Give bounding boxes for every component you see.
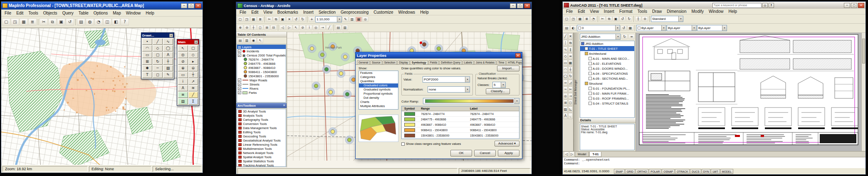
- scrollbar-thumb[interactable]: [862, 39, 865, 64]
- text-style-combo[interactable]: Standard▼: [651, 16, 683, 22]
- tab-fields[interactable]: Fields: [428, 60, 439, 64]
- arcmap-menu-windows[interactable]: Windows: [396, 10, 418, 15]
- fixed-zoom-in-icon[interactable]: ⊞: [264, 25, 270, 30]
- help-icon[interactable]: ?: [121, 18, 129, 26]
- arcmap-menu-insert[interactable]: Insert: [301, 10, 316, 15]
- show-item[interactable]: Graduated colors: [359, 83, 398, 88]
- object-color-combo[interactable]: ByLayer▼: [636, 25, 666, 31]
- zoom-in-icon[interactable]: ⊕: [237, 25, 243, 30]
- classify-button[interactable]: Classify...: [486, 88, 510, 94]
- layer-properties-dialog[interactable]: Layer Properties ✕ GeneralSourceSelectio…: [355, 52, 522, 159]
- mapinfo-menu-file[interactable]: File: [2, 10, 14, 16]
- close-icon[interactable]: ✕: [169, 34, 173, 37]
- mapinfo-menu-window[interactable]: Window: [124, 10, 143, 16]
- close-icon[interactable]: ✕: [858, 3, 864, 8]
- toggle-model[interactable]: MODEL: [720, 169, 733, 174]
- break-tool[interactable]: ◻: [568, 100, 573, 106]
- text-style-tool[interactable]: T: [142, 72, 152, 78]
- toolbox-item[interactable]: Conversion Tools: [237, 122, 286, 126]
- mapinfo-menu-help[interactable]: Help: [143, 10, 157, 16]
- redo-icon[interactable]: ↻: [626, 16, 632, 22]
- open-icon[interactable]: ◳: [244, 17, 250, 22]
- add-data-icon[interactable]: +: [309, 17, 315, 22]
- autocad-menu-help[interactable]: Help: [726, 9, 740, 14]
- tab-general[interactable]: General: [357, 60, 370, 64]
- cut-icon[interactable]: ✂: [599, 16, 606, 22]
- new-table-icon[interactable]: ▢: [2, 18, 10, 26]
- toolbox-item[interactable]: Network Analyst Tools: [237, 151, 286, 155]
- toc-layer-row[interactable]: ✓Rivers: [237, 86, 286, 90]
- extend-tool[interactable]: →: [568, 93, 573, 99]
- cut-icon[interactable]: ✂: [266, 17, 272, 22]
- marquee-select-tool[interactable]: ▢: [188, 45, 198, 51]
- autocad-menu-edit[interactable]: Edit: [575, 9, 587, 14]
- toggle-polar[interactable]: POLAR: [649, 169, 661, 174]
- zoom-in-tool[interactable]: ⊕: [178, 65, 188, 71]
- sheet-item[interactable]: A-01 - MAIN AND SECO...: [580, 56, 634, 61]
- toolbox-item[interactable]: Spatial Statistics Tools: [237, 159, 286, 163]
- show-item[interactable]: Features: [359, 71, 398, 75]
- arctoolbox-icon[interactable]: ▦: [356, 17, 362, 22]
- tab-scroll-left-icon[interactable]: ◁: [564, 152, 569, 157]
- rotate-tool[interactable]: ↻: [568, 73, 573, 79]
- close-icon[interactable]: ✕: [524, 3, 530, 8]
- layer-checkbox[interactable]: ✓: [238, 87, 241, 90]
- drag-map-window-tool[interactable]: ≋: [188, 85, 198, 91]
- tab-joins-relates[interactable]: Joins & Relates: [474, 60, 496, 64]
- sheet-item[interactable]: S-03 - ROOF FRAMING...: [580, 96, 634, 101]
- tab-source[interactable]: Source: [370, 60, 382, 64]
- arc-tool[interactable]: ◠: [142, 45, 152, 51]
- revision-cloud-tool[interactable]: ≈: [563, 80, 568, 86]
- minimize-icon[interactable]: ─: [181, 3, 187, 8]
- toc-window-icon[interactable]: ▤: [335, 25, 341, 30]
- autocad-menu-window[interactable]: Window: [706, 9, 726, 14]
- toggle-ducs[interactable]: DUCS: [690, 169, 701, 174]
- select-tool[interactable]: ↖: [178, 45, 188, 51]
- mapinfo-titlebar[interactable]: MapInfo Professional - [TOWN,STREET,WATE…: [1, 2, 203, 10]
- layer-checkbox[interactable]: ✓: [238, 78, 241, 82]
- close-icon[interactable]: ✕: [194, 40, 198, 44]
- linetype-combo[interactable]: ByLayer▼: [667, 25, 697, 31]
- details-header[interactable]: Details: [579, 118, 636, 123]
- toc-layer-row[interactable]: 762674 - 2484774: [237, 57, 286, 61]
- open-icon[interactable]: ◳: [570, 16, 576, 22]
- spline-tool[interactable]: ~: [563, 86, 568, 93]
- layer-combo[interactable]: 0▼: [577, 25, 620, 31]
- toolbox-item[interactable]: Cartography Tools: [237, 117, 286, 122]
- toggle-osnap[interactable]: OSNAP: [662, 169, 675, 174]
- main-palette-titlebar[interactable]: Main ✕: [177, 39, 199, 44]
- new-redistricter-icon[interactable]: ◧: [112, 18, 120, 26]
- autocad-menu-tools[interactable]: Tools: [635, 9, 650, 14]
- arcmap-menu-geoprocessing[interactable]: Geoprocessing: [338, 10, 371, 15]
- layer-checkbox[interactable]: ✓: [238, 83, 241, 86]
- toolbox-item[interactable]: Multidimension Tools: [237, 147, 286, 151]
- arcmap-titlebar[interactable]: Census - ArcMap - ArcInfo ─ ▢ ✕: [236, 2, 532, 9]
- toolbox-item[interactable]: Geocoding Tools: [237, 134, 286, 138]
- layer-states-icon[interactable]: ◐: [570, 25, 576, 31]
- layout-tab-t-01[interactable]: T-01: [589, 152, 601, 157]
- mtext-tool[interactable]: A: [563, 113, 568, 119]
- infocenter-help-icon[interactable]: ?: [769, 3, 774, 8]
- drawing-palette-titlebar[interactable]: Drawi... ✕: [141, 33, 174, 38]
- tab-selection[interactable]: Selection: [383, 60, 397, 64]
- toggle-snap[interactable]: SNAP: [614, 169, 625, 174]
- toolbox-item[interactable]: Data Management Tools: [237, 126, 286, 130]
- pen-style-tool[interactable]: ✎: [163, 72, 173, 78]
- toc-layer-row[interactable]: 4963667 - 9086410: [237, 66, 286, 70]
- toc-layer-row[interactable]: ✓Incidents: [237, 49, 286, 53]
- minimize-icon[interactable]: ─: [510, 3, 516, 8]
- zoom-out-tool[interactable]: ⊖: [188, 65, 198, 71]
- editing-status[interactable]: Editing: None: [89, 166, 151, 172]
- polygon-tool[interactable]: ◇: [563, 53, 568, 59]
- lineweight-combo[interactable]: ByLayer▼: [697, 25, 727, 31]
- sheet-list-tree[interactable]: JRD AdditionT-01 - TITLE SHEETArchitectu…: [580, 41, 635, 118]
- frame-style-tool[interactable]: ◻: [153, 72, 163, 78]
- maximize-icon[interactable]: ▢: [517, 3, 523, 8]
- hotlink-tool[interactable]: ↗: [188, 78, 198, 85]
- sheet-set-refresh-icon[interactable]: ↻: [621, 34, 628, 39]
- save-icon[interactable]: ▦: [250, 17, 257, 22]
- fillet-tool[interactable]: ◟: [568, 113, 573, 119]
- arcmap-menu-selection[interactable]: Selection: [316, 10, 338, 15]
- polygon-tool[interactable]: ◇: [153, 45, 163, 51]
- toolbox-item[interactable]: Analysis Tools: [237, 113, 286, 117]
